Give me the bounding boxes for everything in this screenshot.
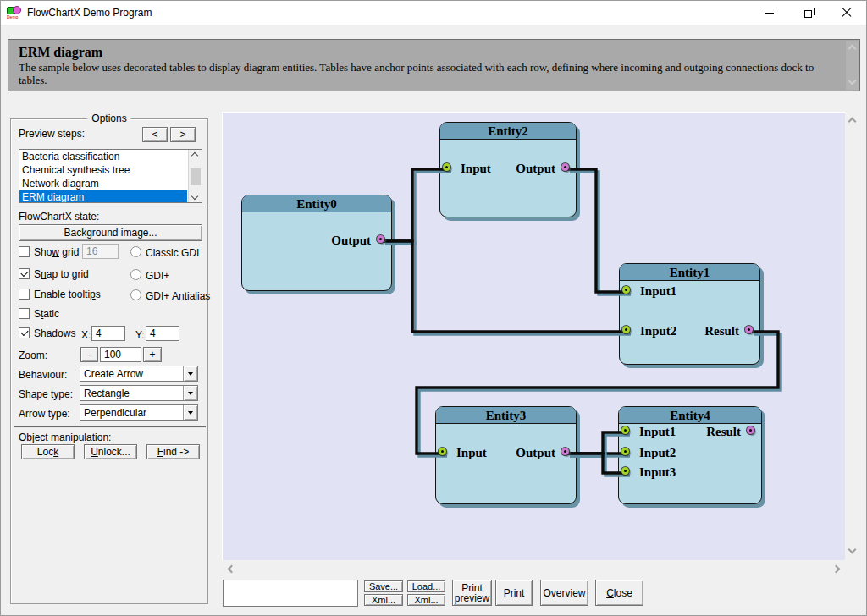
shadow-x-input[interactable]: 4: [91, 326, 125, 341]
restore-icon: [804, 10, 812, 18]
list-item[interactable]: Network diagram: [19, 177, 187, 190]
arrow-type-label: Arrow type:: [19, 408, 70, 420]
static-checkbox[interactable]: [19, 308, 30, 319]
dropdown-button[interactable]: [183, 405, 197, 420]
green-anchor-icon[interactable]: [439, 448, 446, 455]
minimize-icon: [765, 13, 774, 14]
xml-save-button[interactable]: Xml...: [364, 594, 403, 606]
print-button[interactable]: Print: [495, 580, 533, 606]
entity-entity3[interactable]: Entity3InputOutput: [435, 406, 577, 504]
link-entity0-to-entity1-input2[interactable]: [383, 241, 628, 332]
options-group-label: Options: [87, 113, 130, 124]
chevron-down-icon: [188, 392, 193, 395]
grid-size-input[interactable]: 16: [82, 244, 119, 259]
entity-row-label: Output: [516, 446, 555, 460]
entity-title: Entity3: [436, 407, 576, 424]
sample-description: The sample below uses decorated tables t…: [19, 61, 834, 86]
radio-classic-gdi-label: Classic GDI: [146, 247, 199, 259]
scroll-down-icon[interactable]: [191, 193, 198, 200]
radio-gdi-antialias[interactable]: [130, 289, 141, 300]
entity-entity0[interactable]: Entity0Output: [241, 195, 392, 291]
snap-to-grid-label: Snap to grid: [34, 268, 89, 280]
purple-anchor-icon[interactable]: [561, 448, 569, 455]
behaviour-select[interactable]: Create Arrow: [80, 366, 198, 382]
enable-tooltips-label: Enable tooltips: [34, 289, 101, 300]
find-button[interactable]: Find ->: [146, 444, 200, 459]
listbox-scrollbar[interactable]: [188, 150, 202, 202]
green-anchor-icon[interactable]: [622, 286, 630, 294]
canvas-vscrollbar[interactable]: [845, 112, 860, 560]
radio-gdi-plus[interactable]: [130, 269, 141, 280]
preview-steps-label: Preview steps:: [19, 128, 85, 140]
shadows-label: Shadows: [34, 327, 75, 339]
green-anchor-icon[interactable]: [621, 467, 629, 475]
scroll-left-icon[interactable]: [228, 565, 236, 574]
zoom-out-button[interactable]: -: [80, 347, 98, 362]
shadows-checkbox[interactable]: [19, 327, 30, 338]
static-label: Static: [34, 308, 59, 320]
window-title: FlowChartX Demo Program: [27, 7, 152, 19]
overview-button[interactable]: Overview: [540, 580, 588, 606]
arrow-type-select[interactable]: Perpendicular: [80, 404, 198, 421]
purple-anchor-icon[interactable]: [747, 426, 754, 434]
enable-tooltips-checkbox[interactable]: [19, 289, 30, 300]
preview-steps-listbox[interactable]: Bacteria classificationChemical synthesi…: [19, 149, 202, 203]
entity-row-label: Input2: [639, 446, 676, 460]
entity-title: Entity1: [620, 264, 759, 281]
close-dialog-button[interactable]: Close: [595, 580, 643, 606]
list-item[interactable]: Chemical synthesis tree: [19, 163, 187, 177]
shape-type-select[interactable]: Rectangle: [80, 385, 198, 401]
entity-entity2[interactable]: Entity2InputOutput: [439, 122, 577, 217]
maximize-button[interactable]: [788, 1, 827, 25]
close-button[interactable]: [827, 1, 866, 25]
entity-row-label: Input3: [639, 465, 676, 480]
xml-load-button[interactable]: Xml...: [407, 594, 445, 606]
scrollbar-thumb[interactable]: [191, 168, 201, 185]
radio-gdi-plus-label: GDI+: [146, 270, 169, 282]
title-bar: Demo FlowChartX Demo Program: [1, 1, 866, 25]
entity-row-label: Output: [331, 234, 371, 248]
entity-row-label: Output: [516, 162, 555, 176]
filename-input[interactable]: [223, 580, 358, 607]
shadow-y-input[interactable]: 4: [146, 326, 179, 341]
background-image-button[interactable]: Background image...: [19, 224, 202, 241]
scroll-up-icon[interactable]: [848, 45, 857, 53]
green-anchor-icon[interactable]: [621, 448, 629, 455]
header-scrollbar[interactable]: [846, 41, 859, 90]
green-anchor-icon[interactable]: [622, 326, 630, 333]
canvas-hscrollbar[interactable]: [222, 562, 845, 577]
scroll-right-icon[interactable]: [832, 565, 841, 574]
snap-to-grid-checkbox[interactable]: [19, 268, 30, 279]
scroll-down-icon[interactable]: [848, 77, 857, 85]
green-anchor-icon[interactable]: [443, 163, 450, 171]
prev-step-button[interactable]: <: [142, 127, 168, 142]
radio-classic-gdi[interactable]: [130, 246, 141, 257]
next-step-button[interactable]: >: [170, 127, 196, 142]
entity-entity1[interactable]: Entity1Input1Input2Result: [619, 263, 760, 365]
purple-anchor-icon[interactable]: [561, 163, 569, 171]
list-item[interactable]: ERM diagram: [19, 190, 187, 202]
zoom-in-button[interactable]: +: [143, 347, 162, 362]
green-anchor-icon[interactable]: [621, 426, 629, 434]
show-grid-checkbox[interactable]: [19, 246, 30, 257]
scroll-up-icon[interactable]: [848, 118, 857, 126]
options-group: Options Preview steps: < > Bacteria clas…: [10, 118, 208, 604]
entity-entity4[interactable]: Entity4Input1ResultInput2Input3: [618, 406, 762, 504]
purple-anchor-icon[interactable]: [377, 235, 384, 243]
save-button[interactable]: Save...: [364, 580, 403, 592]
unlock-button[interactable]: Unlock...: [84, 444, 137, 459]
print-preview-button[interactable]: Print preview: [452, 580, 492, 606]
behaviour-label: Behaviour:: [19, 369, 67, 381]
diagram-canvas[interactable]: Entity0OutputEntity2InputOutputEntity1In…: [222, 112, 845, 560]
load-button[interactable]: Load...: [407, 580, 445, 592]
list-item[interactable]: Bacteria classification: [19, 150, 187, 163]
close-icon: [841, 7, 853, 19]
dropdown-button[interactable]: [183, 366, 197, 381]
purple-anchor-icon[interactable]: [745, 326, 753, 333]
lock-button[interactable]: Lock: [21, 444, 75, 459]
dropdown-button[interactable]: [183, 386, 197, 400]
scroll-down-icon[interactable]: [848, 546, 857, 554]
minimize-button[interactable]: [749, 1, 788, 25]
zoom-input[interactable]: 100: [100, 347, 141, 362]
scroll-up-icon[interactable]: [191, 152, 198, 159]
